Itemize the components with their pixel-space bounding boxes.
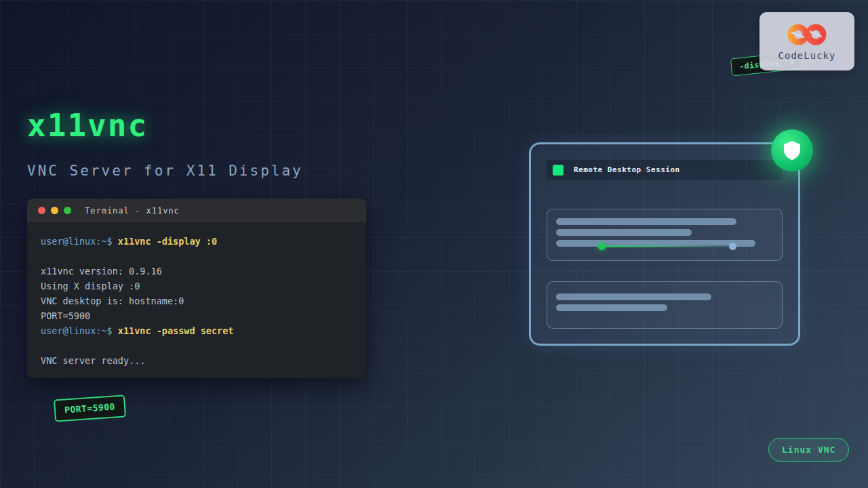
terminal-line: Using X display :0	[41, 279, 353, 293]
linux-vnc-pill-button[interactable]: Linux VNC	[768, 438, 849, 462]
terminal-line: user@linux:~$ x11vnc -display :0	[41, 234, 353, 249]
session-header-label: Remote Desktop Session	[574, 165, 680, 174]
terminal-line	[41, 249, 353, 264]
status-indicator-icon	[553, 165, 564, 176]
page-title: x11vnc	[27, 107, 303, 144]
shield-icon	[782, 140, 802, 161]
terminal-line: VNC desktop is: hostname:0	[41, 293, 353, 308]
brand-name: CodeLucky	[778, 50, 836, 61]
brand-card: CodeLucky	[760, 12, 854, 70]
connection-endpoint-server-dot	[598, 243, 606, 250]
terminal-title: Terminal - x11vnc	[85, 206, 180, 216]
port-tag: PORT=5900	[54, 394, 126, 422]
connection-endpoint-client-dot	[729, 243, 736, 250]
skeleton-bar	[556, 293, 711, 300]
session-header-bar: Remote Desktop Session	[547, 160, 783, 180]
terminal-line	[41, 338, 353, 353]
skeleton-content-box-2	[547, 281, 783, 329]
terminal-window: Terminal - x11vnc user@linux:~$ x11vnc -…	[27, 199, 366, 378]
maximize-window-button[interactable]	[64, 207, 71, 214]
minimize-window-button[interactable]	[51, 207, 58, 214]
skeleton-bar	[556, 229, 692, 236]
page-subtitle: VNC Server for X11 Display	[27, 163, 303, 179]
hero-section: x11vnc VNC Server for X11 Display	[27, 107, 303, 179]
connection-row	[556, 240, 773, 247]
skeleton-content-box-1	[547, 209, 783, 261]
remote-desktop-panel: Remote Desktop Session	[529, 142, 800, 346]
terminal-line: VNC server ready...	[41, 353, 353, 368]
skeleton-bar	[556, 218, 736, 225]
terminal-titlebar: Terminal - x11vnc	[27, 199, 366, 223]
terminal-line: user@linux:~$ x11vnc -passwd secret	[41, 323, 353, 338]
skeleton-bar	[556, 304, 667, 311]
terminal-body: user@linux:~$ x11vnc -display :0 x11vnc …	[27, 223, 366, 378]
security-shield-badge	[771, 129, 813, 171]
close-window-button[interactable]	[38, 207, 45, 214]
terminal-line: x11vnc version: 0.9.16	[41, 264, 353, 279]
connection-line	[602, 245, 733, 247]
infinity-logo-icon	[785, 22, 829, 47]
terminal-line: PORT=5900	[41, 308, 353, 323]
